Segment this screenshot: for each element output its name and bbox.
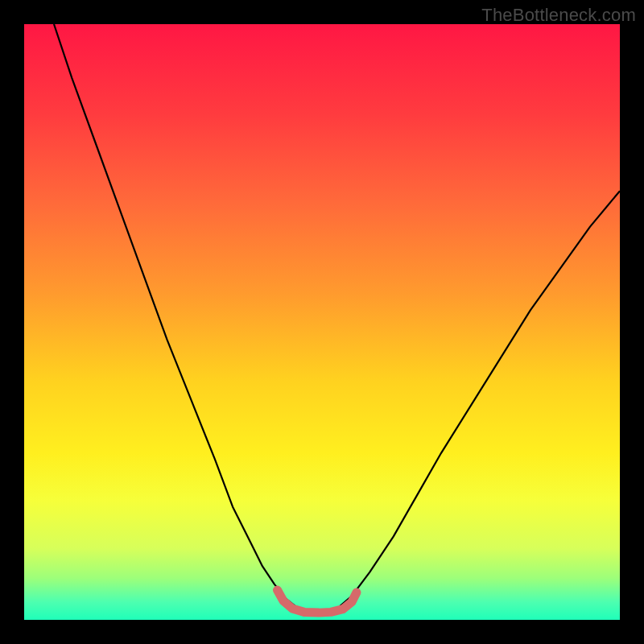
plot-area — [24, 24, 620, 620]
chart-frame: TheBottleneck.com — [0, 0, 644, 644]
chart-svg — [24, 24, 620, 620]
watermark-text: TheBottleneck.com — [481, 5, 636, 26]
gradient-background — [24, 24, 620, 620]
